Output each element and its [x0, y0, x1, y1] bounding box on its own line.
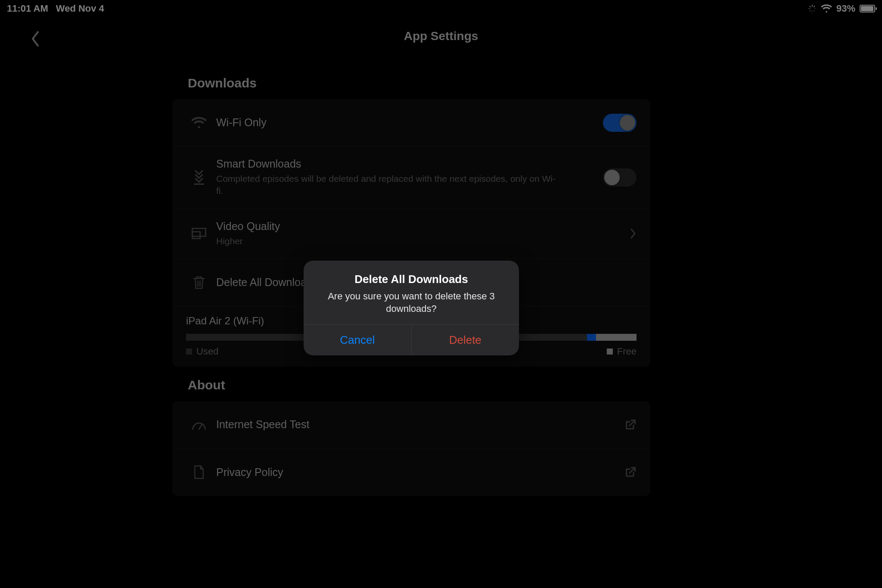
- delete-button[interactable]: Delete: [411, 325, 519, 355]
- alert-message: Are you sure you want to delete these 3 …: [316, 290, 507, 315]
- alert-title: Delete All Downloads: [316, 273, 507, 286]
- cancel-button[interactable]: Cancel: [304, 325, 411, 355]
- delete-confirmation-alert: Delete All Downloads Are you sure you wa…: [304, 261, 519, 355]
